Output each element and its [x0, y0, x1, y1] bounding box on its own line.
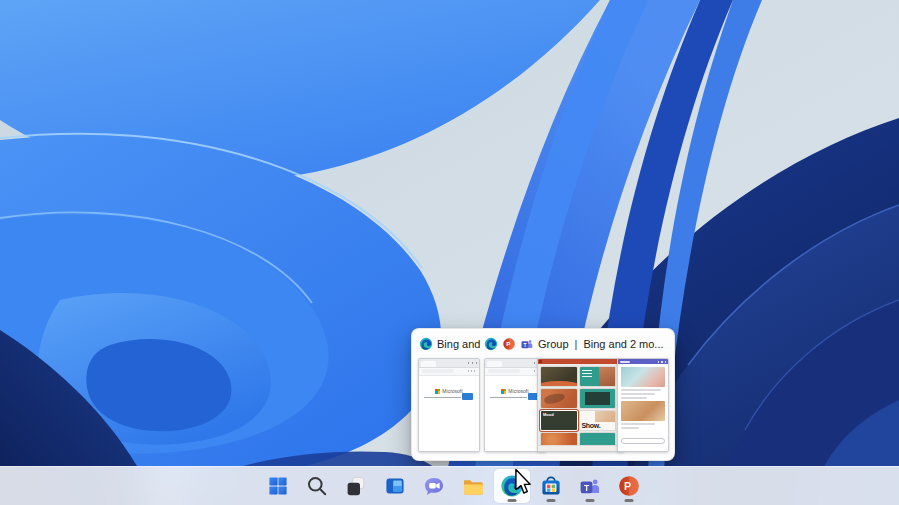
edge-icon — [419, 337, 433, 351]
browser-tab-strip — [485, 359, 545, 368]
chat-button[interactable] — [416, 469, 452, 503]
slide-thumbnail — [541, 389, 577, 408]
start-button[interactable] — [260, 469, 296, 503]
microsoft-logo-icon — [501, 389, 506, 394]
browser-tab-strip — [419, 359, 479, 368]
signin-input-line — [424, 397, 461, 398]
powerpoint-status-bar — [538, 445, 623, 451]
browser-address-bar — [485, 368, 545, 376]
slide-thumbnail-selected: Mood — [541, 411, 577, 430]
running-indicator — [547, 499, 556, 502]
powerpoint-icon — [502, 337, 516, 351]
file-explorer-button[interactable] — [455, 469, 491, 503]
edge-icon — [484, 337, 498, 351]
running-indicator — [625, 499, 634, 502]
teams-icon — [520, 337, 534, 351]
task-view-icon — [344, 474, 368, 498]
powerpoint-button[interactable] — [611, 469, 647, 503]
powerpoint-icon — [617, 474, 641, 498]
signin-page: Microsoft — [419, 376, 479, 452]
edge-button[interactable] — [494, 469, 530, 503]
chat-icon — [422, 474, 446, 498]
widgets-icon — [383, 474, 407, 498]
window-preview-powerpoint[interactable]: Mood Show. — [537, 358, 624, 452]
teams-chat — [618, 364, 668, 446]
widgets-button[interactable] — [377, 469, 413, 503]
teams-button[interactable] — [572, 469, 608, 503]
preview-group-grouped: Group | Bing and 2 mo... — [484, 335, 670, 352]
store-button[interactable] — [533, 469, 569, 503]
microsoft-logo-icon — [435, 389, 440, 394]
browser-address-bar — [419, 368, 479, 376]
search-button[interactable] — [299, 469, 335, 503]
search-icon — [305, 474, 329, 498]
message-compose-box — [621, 438, 665, 444]
signin-next-button — [462, 393, 473, 400]
windows-desktop: T P — [0, 0, 899, 505]
preview-title: Bing and 2 mo... — [583, 338, 663, 350]
taskbar — [0, 466, 899, 505]
chat-image — [621, 401, 665, 421]
running-indicator — [586, 499, 595, 502]
window-preview-edge-1[interactable]: Microsoft — [418, 358, 480, 452]
store-icon — [539, 474, 563, 498]
edge-icon — [500, 474, 524, 498]
signin-input-line — [490, 397, 527, 398]
preview-group-label: Group — [538, 338, 569, 350]
taskbar-preview-flyout: Bing and... Group | Bing and 2 mo... Mic… — [411, 328, 675, 461]
running-indicator — [508, 499, 517, 502]
task-view-button[interactable] — [338, 469, 374, 503]
slide-thumbnail — [541, 367, 577, 386]
preview-title: Bing and... — [437, 338, 481, 350]
file-explorer-icon — [461, 474, 485, 498]
preview-separator: | — [575, 338, 578, 350]
slide-thumbnail — [580, 389, 616, 408]
chat-image — [621, 367, 665, 387]
microsoft-logo-text: Microsoft — [442, 388, 462, 394]
slide-thumbnail: Show. — [580, 411, 616, 430]
slide-thumbnail — [580, 367, 616, 386]
teams-icon — [578, 474, 602, 498]
slide-text: Mood — [543, 412, 554, 417]
signin-page: Microsoft — [485, 376, 545, 452]
slide-grid: Mood Show. — [538, 364, 618, 446]
start-icon — [266, 474, 290, 498]
preview-group-single: Bing and... — [419, 335, 481, 352]
slide-text: Show. — [582, 422, 601, 429]
window-preview-teams[interactable] — [617, 358, 669, 452]
microsoft-logo-text: Microsoft — [508, 388, 528, 394]
